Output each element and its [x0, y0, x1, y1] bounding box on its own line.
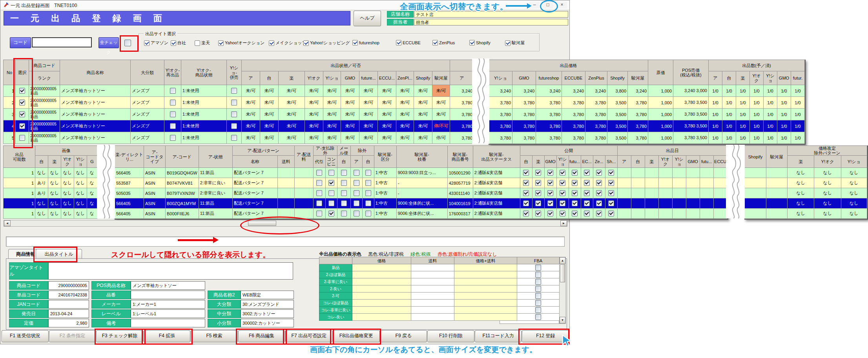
mail-checkbox[interactable] — [341, 211, 347, 216]
function-key-button[interactable]: F5 検索 — [191, 330, 238, 342]
publish-checkbox[interactable] — [608, 180, 614, 186]
info-field[interactable]: 1:メーカー1 — [131, 300, 205, 309]
exclude-a-checkbox[interactable] — [354, 190, 359, 196]
all-check-button[interactable]: 全チェック — [98, 37, 119, 48]
conbini-checkbox[interactable] — [328, 180, 334, 186]
price-cell[interactable] — [352, 264, 411, 271]
daibiki-checkbox[interactable] — [316, 180, 322, 186]
exclude-self-checkbox[interactable] — [365, 180, 371, 186]
price-cell[interactable] — [352, 307, 411, 314]
publish-checkbox[interactable] — [547, 200, 553, 206]
detail-row[interactable]: 566405ASINB019GDQHGW11:新品配送パターン 71:中古900… — [115, 168, 728, 178]
function-key-button[interactable]: F8出品価格変更 — [333, 330, 380, 342]
daibiki-checkbox[interactable] — [316, 211, 322, 216]
daibiki-checkbox[interactable] — [316, 200, 322, 206]
daibiki-checkbox[interactable] — [316, 170, 322, 176]
shipping-cell[interactable] — [411, 271, 454, 278]
info-field[interactable]: 30:メンズブランド — [241, 300, 294, 309]
site-checkbox[interactable] — [144, 40, 150, 46]
detail-row[interactable]: なしなしなし — [745, 168, 867, 178]
publish-checkbox[interactable] — [608, 200, 614, 206]
table2-horizontal-scrollbar[interactable]: ◄ ► — [4, 220, 567, 227]
price-cell[interactable] — [352, 278, 411, 285]
publish-checkbox[interactable] — [547, 170, 553, 176]
publish-checkbox[interactable] — [596, 170, 602, 176]
price-table-scrollbar[interactable]: ▲ ▼ — [559, 257, 566, 324]
price-plus-shipping-cell[interactable] — [454, 307, 517, 314]
relist-checkbox[interactable] — [170, 135, 176, 141]
publish-checkbox[interactable] — [572, 211, 578, 216]
listing-row[interactable]: 5290000000005新品メンズ半袖カットソーメンズブ1:未使用未/可未/可… — [4, 132, 474, 144]
publish-checkbox[interactable] — [584, 211, 590, 216]
listing-row[interactable]: 3,7803,7803,7803,7803,7803,5003,7801,000… — [489, 132, 805, 144]
publish-checkbox[interactable] — [523, 180, 529, 186]
staff-field[interactable]: 担当者 — [414, 19, 568, 25]
scroll-right-button[interactable]: ► — [560, 220, 567, 226]
publish-checkbox[interactable] — [547, 190, 553, 196]
function-key-button[interactable]: F10 行削除 — [427, 330, 474, 342]
detail-row[interactable]: 505035ASINB079TVXN3W2:非常に良い配送パターン 71:中古-… — [115, 188, 728, 198]
fba-checkbox[interactable] — [535, 307, 541, 313]
daibiki-checkbox[interactable] — [316, 190, 322, 196]
detail-row[interactable]: なしなしなし — [745, 178, 867, 188]
publish-checkbox[interactable] — [596, 211, 602, 216]
price-plus-shipping-cell[interactable] — [454, 271, 517, 278]
detail-row[interactable]: なしなしなし — [745, 198, 867, 209]
publish-checkbox[interactable] — [547, 180, 553, 186]
shipping-cell[interactable] — [411, 285, 454, 293]
relist-checkbox[interactable] — [170, 123, 176, 129]
publish-checkbox[interactable] — [560, 200, 565, 206]
function-key-button[interactable]: F1 送受信状況 — [2, 330, 49, 342]
detail-row[interactable]: 1ありなしなしなしな — [4, 188, 97, 198]
heibai-checkbox[interactable] — [231, 100, 237, 105]
heibai-checkbox[interactable] — [231, 88, 237, 94]
listing-row[interactable]: 1290000000005新品メンズ半袖カットソーメンズブ1:未使用未/可未/可… — [4, 85, 474, 97]
site-checkbox[interactable] — [303, 40, 309, 46]
relist-checkbox[interactable] — [170, 111, 176, 117]
exclude-a-checkbox[interactable] — [354, 180, 359, 186]
publish-checkbox[interactable] — [535, 170, 541, 176]
site-checkbox[interactable] — [218, 40, 224, 46]
site-item[interactable]: 楽天 — [195, 40, 210, 46]
select-checkbox[interactable] — [19, 111, 25, 117]
site-item[interactable]: 駿河屋 — [505, 40, 525, 46]
site-checkbox[interactable] — [195, 40, 200, 46]
site-item[interactable]: 自社 — [171, 40, 186, 46]
listing-row[interactable]: 3,7803,7803,7803,7803,7803,5003,7801,000… — [489, 120, 805, 132]
listing-row[interactable]: 3290000000005新品メンズ半袖カットソーメンズブ1:未使用未/可未/可… — [4, 109, 474, 120]
site-checkbox[interactable] — [269, 40, 274, 46]
info-field[interactable] — [48, 300, 89, 309]
scrollbar-thumb[interactable] — [248, 221, 276, 226]
info-field[interactable] — [131, 319, 205, 327]
fba-checkbox[interactable] — [535, 314, 541, 320]
scroll-down-button[interactable]: ▼ — [560, 317, 565, 323]
exclude-self-checkbox[interactable] — [365, 200, 371, 206]
exclude-a-checkbox[interactable] — [354, 211, 359, 216]
shipping-cell[interactable] — [411, 278, 454, 285]
price-cell[interactable] — [352, 285, 411, 293]
info-field[interactable]: 1:レーベル1 — [131, 309, 205, 318]
code-input[interactable] — [32, 37, 92, 47]
info-field[interactable]: 2013-04-24 — [48, 309, 89, 318]
publish-checkbox[interactable] — [596, 180, 602, 186]
mail-checkbox[interactable] — [341, 200, 347, 206]
site-item[interactable]: ECCUBE — [396, 40, 421, 45]
site-item[interactable]: ZenPlus — [432, 40, 455, 45]
publish-checkbox[interactable] — [560, 170, 565, 176]
detail-row[interactable]: 1なしなしなしなしな — [4, 209, 97, 219]
site-item[interactable]: Shopify — [469, 40, 491, 45]
select-checkbox[interactable] — [19, 123, 25, 129]
exclude-a-checkbox[interactable] — [354, 170, 359, 176]
fba-checkbox[interactable] — [535, 272, 541, 278]
publish-checkbox[interactable] — [596, 190, 602, 196]
site-item[interactable]: アマゾン — [144, 40, 168, 46]
exclude-a-checkbox[interactable] — [354, 200, 359, 206]
publish-checkbox[interactable] — [596, 200, 602, 206]
detail-row[interactable]: なしなしなし — [745, 209, 867, 219]
shipping-cell[interactable] — [411, 300, 454, 307]
tab-listing-title[interactable]: 出品タイトル — [36, 249, 82, 259]
publish-checkbox[interactable] — [560, 211, 565, 216]
select-checkbox[interactable] — [19, 100, 25, 105]
site-checkbox[interactable] — [469, 40, 475, 45]
price-plus-shipping-cell[interactable] — [454, 264, 517, 271]
